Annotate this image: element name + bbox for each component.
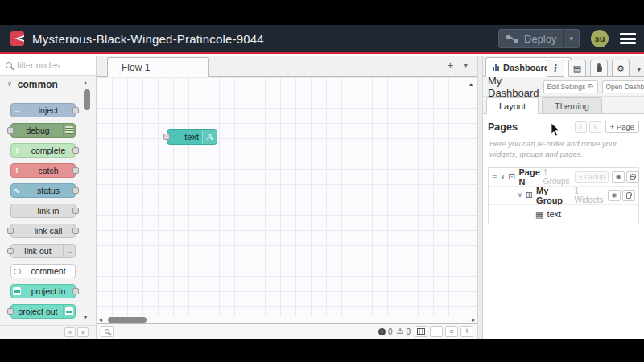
scroll-up-icon[interactable]: ▴	[84, 79, 87, 86]
page-icon: ⊡	[508, 171, 515, 182]
widget-name: text	[547, 209, 561, 219]
tab-info[interactable]: i	[547, 60, 564, 77]
search-flows-button[interactable]	[101, 326, 114, 337]
deploy-button[interactable]: Deploy ▾	[498, 29, 580, 48]
input-port[interactable]	[7, 248, 14, 254]
page-name: Page N	[519, 167, 540, 187]
group-visibility-button[interactable]: ◉	[608, 190, 621, 201]
zoom-reset-button[interactable]: ○	[445, 326, 458, 337]
palette-scrollbar-thumb[interactable]	[84, 89, 90, 110]
scroll-right-icon[interactable]: ▸	[472, 316, 475, 323]
canvas-vertical-scrollbar[interactable]: ▴	[467, 80, 475, 88]
flow-canvas[interactable]: text A ▴	[97, 77, 477, 316]
zoom-out-button[interactable]: −	[430, 326, 443, 337]
palette-node-link-out[interactable]: link out →	[10, 244, 76, 258]
bug-icon	[597, 65, 602, 72]
collapse-categories-button[interactable]: ∧	[64, 327, 76, 337]
eye-icon: ◉	[616, 173, 621, 180]
palette-node-inject[interactable]: → inject	[10, 103, 76, 117]
tree-row-group[interactable]: ∨ ⊞ My Group 1 Widgets ◉	[489, 187, 638, 205]
input-port[interactable]	[7, 127, 14, 134]
flowfuse-logo-icon	[10, 31, 24, 46]
edit-settings-button[interactable]: Edit Settings ⚙	[543, 80, 598, 93]
add-page-button[interactable]: + Page	[605, 121, 639, 133]
move-down-button[interactable]: ∨	[589, 121, 601, 133]
flow-tab-label: Flow 1	[122, 62, 150, 73]
input-port[interactable]	[163, 134, 170, 140]
tree-row-widget[interactable]: ▦ text	[489, 205, 638, 224]
canvas-horizontal-scrollbar[interactable]: ◂ ▸	[97, 316, 477, 323]
info-icon: i	[554, 63, 556, 75]
palette-node-link-in[interactable]: → link in	[10, 204, 76, 218]
palette-node-project-in[interactable]: project in	[10, 284, 76, 298]
palette-filter[interactable]: filter nodes	[0, 56, 96, 76]
palette-filter-placeholder: filter nodes	[17, 60, 60, 70]
zoom-in-button[interactable]: +	[460, 326, 473, 337]
add-flow-button[interactable]: +	[447, 60, 453, 71]
palette-node-project-out[interactable]: project out	[10, 304, 76, 319]
scroll-left-icon[interactable]: ◂	[99, 316, 102, 323]
tab-debug[interactable]	[590, 60, 608, 77]
tab-layout[interactable]: Layout	[486, 97, 539, 114]
sidebar-resize-handle[interactable]	[477, 56, 483, 339]
output-port[interactable]	[72, 288, 79, 294]
flow-node-text[interactable]: text A	[167, 129, 217, 145]
dashboard-header: My Dashboard Edit Settings ⚙ Open Dashbo…	[483, 77, 644, 97]
group-grid-icon: ⊞	[526, 190, 533, 200]
status-icon: ∿	[11, 184, 23, 197]
main-menu-button[interactable]	[620, 33, 636, 44]
move-up-button[interactable]: ∧	[575, 121, 587, 133]
chevron-down-icon: ▾	[569, 35, 573, 43]
output-port[interactable]	[72, 107, 79, 113]
palette-node-debug[interactable]: debug	[10, 123, 76, 138]
output-port[interactable]	[72, 228, 79, 234]
palette-node-link-call[interactable]: → link call	[10, 224, 76, 238]
palette-category-common[interactable]: ∨ common	[0, 76, 96, 93]
collapse-page-icon[interactable]: ∨	[500, 173, 505, 180]
sidebar-tab-list-button[interactable]: ▾	[637, 65, 641, 73]
group-lock-button[interactable]	[622, 190, 635, 201]
comment-icon	[11, 265, 23, 278]
open-dashboard-button[interactable]: Open Dashboard ↗	[602, 80, 644, 93]
page-meta: 1 Groups	[543, 168, 570, 186]
header: Mysterious-Black-Winged-Pratincole-9044 …	[0, 25, 644, 54]
pages-description: Here you can re-order and move your widg…	[489, 138, 638, 160]
tab-flow-1[interactable]: Flow 1	[107, 57, 209, 77]
output-port[interactable]	[72, 167, 79, 174]
node-label: text	[184, 132, 199, 142]
image-icon: ▦	[535, 209, 543, 220]
tab-config[interactable]: ⚙	[612, 60, 630, 77]
sidebar: Dashboard 2.0 i ▤ ⚙ ▾ My Dashboard Edit …	[483, 56, 644, 339]
scroll-down-icon[interactable]: ▾	[84, 314, 87, 321]
search-icon	[105, 329, 109, 334]
collapse-group-icon[interactable]: ∨	[518, 191, 522, 199]
output-port[interactable]	[72, 208, 79, 214]
palette-scrollbar[interactable]: ▴ ▾	[84, 79, 91, 321]
add-group-button[interactable]: + Group	[575, 171, 609, 183]
flow-list-button[interactable]: ▾	[464, 61, 468, 69]
output-port[interactable]	[72, 187, 79, 194]
inject-icon: →	[11, 104, 23, 117]
palette-node-complete[interactable]: ! complete	[10, 143, 76, 158]
tree-row-page[interactable]: ≡ ∨ ⊡ Page N 1 Groups + Group ◉	[489, 168, 638, 187]
palette-node-comment[interactable]: comment	[10, 264, 76, 278]
tab-help[interactable]: ▤	[568, 60, 586, 77]
output-port[interactable]	[72, 147, 79, 154]
user-avatar[interactable]: su	[591, 30, 609, 47]
navigator-button[interactable]	[415, 326, 427, 337]
tab-theming[interactable]: Theming	[542, 97, 602, 113]
gear-icon: ⚙	[588, 83, 593, 90]
expand-categories-button[interactable]: ∨	[77, 327, 89, 337]
horizontal-scrollbar-thumb[interactable]	[108, 317, 147, 323]
drag-handle-icon[interactable]: ≡	[492, 172, 497, 182]
lock-icon	[626, 195, 631, 199]
palette-node-status[interactable]: ∿ status	[10, 183, 76, 198]
palette-node-catch[interactable]: ! catch	[10, 163, 76, 178]
workspace: Flow 1 + ▾ text A ▴ ◂	[97, 56, 477, 339]
deploy-options-button[interactable]: ▾	[563, 29, 579, 48]
search-icon	[6, 62, 12, 68]
input-port[interactable]	[7, 308, 14, 315]
page-visibility-button[interactable]: ◉	[612, 171, 625, 183]
page-lock-button[interactable]	[626, 171, 639, 183]
scroll-up-icon[interactable]: ▴	[467, 80, 475, 88]
